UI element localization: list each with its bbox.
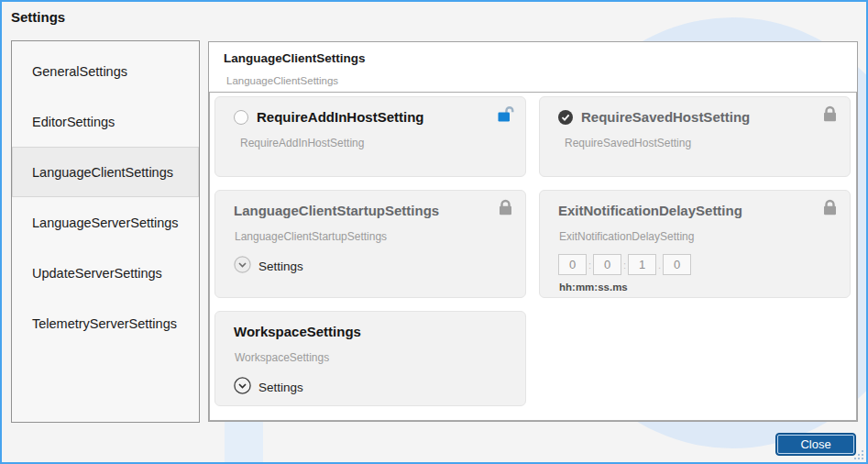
sidebar-item-telemetryserversettings[interactable]: TelemetryServerSettings [12,298,199,348]
window-title: Settings [11,9,65,25]
page-subtitle: LanguageClientSettings [209,65,857,86]
page-title: LanguageClientSettings [209,42,857,65]
unlock-icon [496,105,514,127]
settings-detail-panel: LanguageClientSettings LanguageClientSet… [208,41,858,422]
setting-title: RequireAddInHostSetting [257,109,424,125]
settings-category-list: GeneralSettings EditorSettings LanguageC… [11,40,200,423]
settings-expander[interactable]: Settings [234,377,511,398]
lock-icon [821,199,839,220]
sidebar-item-languageserversettings[interactable]: LanguageServerSettings [12,197,199,248]
sidebar-item-generalsettings[interactable]: GeneralSettings [12,46,199,96]
checkbox-checked[interactable] [558,110,573,125]
chevron-down-circle-icon[interactable] [234,256,251,277]
seconds-field[interactable] [628,254,656,275]
lock-icon [821,105,839,127]
sidebar-item-languageclientsettings[interactable]: LanguageClientSettings [12,147,199,197]
setting-title: WorkspaceSettings [234,324,361,339]
settings-window: Settings GeneralSettings EditorSettings … [0,0,868,464]
setting-subtitle: RequireAddInHostSetting [240,137,511,149]
minutes-field[interactable] [593,254,621,275]
time-format-hint: hh:mm:ss.ms [559,282,835,293]
setting-subtitle: RequireSavedHostSetting [565,137,835,149]
setting-subtitle: ExitNotificationDelaySetting [559,230,835,243]
lock-icon [497,199,514,220]
card-require-saved-host-setting: RequireSavedHostSetting RequireSavedHost… [539,96,851,177]
sidebar-item-editorsettings[interactable]: EditorSettings [12,96,199,147]
card-language-client-startup-settings: LanguageClientStartupSettings LanguageCl… [214,190,526,298]
settings-expander[interactable]: Settings [234,256,511,277]
card-exit-notification-delay-setting: ExitNotificationDelaySetting ExitNotific… [539,190,851,298]
decorative-patch [225,422,263,464]
setting-subtitle: LanguageClientStartupSettings [235,230,511,243]
setting-title: RequireSavedHostSetting [581,109,750,125]
timespan-editor: : : . [558,254,835,275]
checkbox-unchecked[interactable] [234,110,248,125]
card-require-addin-host-setting: RequireAddInHostSetting RequireAddInHost… [214,96,526,177]
expander-label[interactable]: Settings [258,260,303,273]
time-separator: : [587,260,593,271]
setting-title: ExitNotificationDelaySetting [558,203,742,218]
time-separator: : [621,260,628,271]
time-separator: . [656,260,663,271]
setting-title: LanguageClientStartupSettings [234,203,439,218]
close-button[interactable]: Close [775,433,856,456]
milliseconds-field[interactable] [663,254,691,275]
hours-field[interactable] [558,254,587,275]
sidebar-item-updateserversettings[interactable]: UpdateServerSettings [12,248,199,298]
chevron-down-circle-icon[interactable] [234,377,251,398]
setting-subtitle: WorkspaceSettings [235,351,511,364]
expander-label[interactable]: Settings [258,381,303,394]
resize-grip[interactable] [852,448,863,459]
card-workspace-settings: WorkspaceSettings WorkspaceSettings Sett… [214,311,526,406]
settings-cards-container: RequireAddInHostSetting RequireAddInHost… [209,92,857,421]
